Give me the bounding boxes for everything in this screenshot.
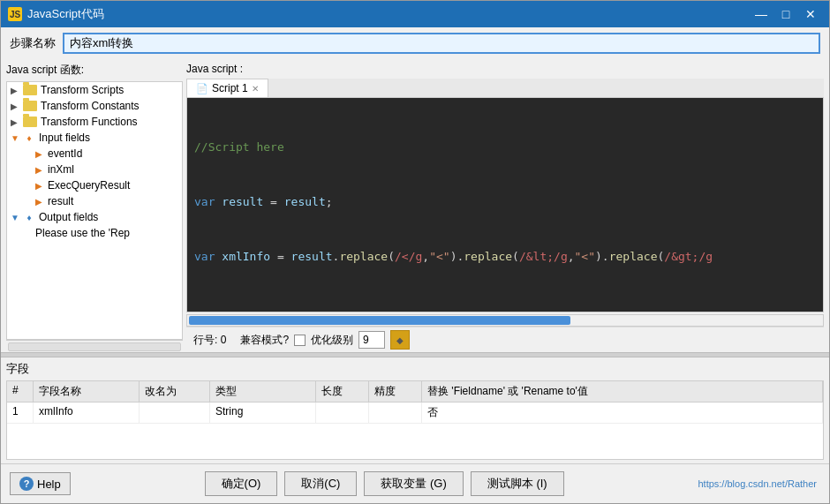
tree-label-transform-scripts: Transform Scripts xyxy=(41,84,124,96)
help-button[interactable]: ? Help xyxy=(10,472,71,495)
watermark: https://blog.csdn.net/Rather xyxy=(698,478,817,489)
left-scrollbar[interactable] xyxy=(6,340,183,352)
tree-item-output-fields[interactable]: ▼ ♦ Output fields xyxy=(7,209,182,225)
code-h-scrollbar[interactable] xyxy=(186,314,824,327)
tab-icon: 📄 xyxy=(196,83,208,94)
col-num: # xyxy=(7,381,34,402)
tree-item-input-fields[interactable]: ▼ ♦ Input fields xyxy=(7,130,182,146)
col-type: 类型 xyxy=(210,381,316,402)
leaf-icon: ▶ xyxy=(35,165,48,175)
code-line-1: //Script here xyxy=(194,139,816,157)
tree-item-transform-functions[interactable]: ▶ Transform Functions xyxy=(7,114,182,130)
help-label: Help xyxy=(37,478,61,491)
h-scroll-thumb xyxy=(189,316,570,325)
col-rename: 改名为 xyxy=(140,381,210,402)
get-vars-button[interactable]: 获取变量 (G) xyxy=(364,471,463,496)
opt-level-input[interactable] xyxy=(358,331,385,349)
input-group-icon: ♦ xyxy=(23,132,35,144)
expand-arrow-icon: ▼ xyxy=(11,213,23,222)
output-group-icon: ♦ xyxy=(23,211,35,223)
tab-close-button[interactable]: ✕ xyxy=(252,84,259,94)
cancel-button[interactable]: 取消(C) xyxy=(284,471,357,496)
cell-type: String xyxy=(210,402,316,423)
code-line-2: var result = result; xyxy=(194,193,816,212)
main-area: Java script 函数: ▶ Transform Scripts ▶ Tr… xyxy=(1,59,829,352)
step-name-row: 步骤名称 xyxy=(1,27,829,59)
leaf-icon: ▶ xyxy=(35,149,48,159)
cell-replace: 否 xyxy=(422,402,823,423)
cell-rename xyxy=(140,402,210,423)
col-precision: 精度 xyxy=(369,381,422,402)
leaf-icon: ▶ xyxy=(35,197,48,207)
code-line-3: var xmlInfo = result.replace(/</g,"<").r… xyxy=(194,248,816,267)
tree-item-transform-constants[interactable]: ▶ Transform Constants xyxy=(7,98,182,114)
tree-label-please-use: Please use the 'Rep xyxy=(35,227,130,239)
script-tab-1[interactable]: 📄 Script 1 ✕ xyxy=(186,79,268,97)
tree-label-transform-constants: Transform Constants xyxy=(41,100,140,112)
bottom-header: 字段 xyxy=(6,361,824,377)
footer: ? Help 确定(O) 取消(C) 获取变量 (G) 测试脚本 (I) htt… xyxy=(1,463,829,503)
compat-checkbox[interactable] xyxy=(294,335,306,346)
folder-icon xyxy=(23,117,37,127)
diamond-button[interactable]: ◆ xyxy=(390,330,410,350)
bottom-area: 字段 # 字段名称 改名为 类型 长度 精度 替换 'Fieldname' 或 … xyxy=(1,357,829,463)
tree-area[interactable]: ▶ Transform Scripts ▶ Transform Constant… xyxy=(6,81,183,340)
right-panel-header: Java script : xyxy=(186,63,824,75)
folder-icon xyxy=(23,101,37,111)
table-empty-area xyxy=(7,424,823,459)
minimize-button[interactable]: — xyxy=(750,5,773,23)
maximize-button[interactable]: □ xyxy=(774,5,797,23)
tree-item-please-use: Please use the 'Rep xyxy=(7,225,182,241)
cell-num: 1 xyxy=(7,402,34,423)
right-panel: Java script : 📄 Script 1 ✕ //Script here… xyxy=(186,63,824,352)
test-script-button[interactable]: 测试脚本 (I) xyxy=(471,471,564,496)
ok-button[interactable]: 确定(O) xyxy=(205,471,278,496)
compat-label: 兼容模式? xyxy=(240,333,289,348)
tree-item-transform-scripts[interactable]: ▶ Transform Scripts xyxy=(7,82,182,98)
arrow-icon: ▶ xyxy=(11,102,23,111)
leaf-icon: ▶ xyxy=(35,181,48,191)
tree-label-output-fields: Output fields xyxy=(39,211,98,223)
expand-arrow-icon: ▼ xyxy=(11,133,23,143)
cell-precision xyxy=(369,402,422,423)
app-icon: JS xyxy=(8,7,22,21)
left-panel-header: Java script 函数: xyxy=(6,63,183,78)
tree-item-inXml[interactable]: ▶ inXml xyxy=(7,162,182,177)
row-number-label: 行号: 0 xyxy=(193,333,226,348)
compat-row: 兼容模式? 优化级别 ◆ xyxy=(240,330,410,350)
opt-level-label: 优化级别 xyxy=(311,333,353,348)
col-name: 字段名称 xyxy=(34,381,140,402)
step-name-label: 步骤名称 xyxy=(10,35,56,51)
cell-name: xmlInfo xyxy=(34,402,140,423)
footer-buttons: 确定(O) 取消(C) 获取变量 (G) 测试脚本 (I) xyxy=(205,471,564,496)
status-bar: 行号: 0 兼容模式? 优化级别 ◆ xyxy=(186,327,824,352)
script-tabs: 📄 Script 1 ✕ xyxy=(186,79,824,98)
left-scroll-track xyxy=(8,342,181,351)
arrow-icon: ▶ xyxy=(11,86,23,95)
fields-table: # 字段名称 改名为 类型 长度 精度 替换 'Fieldname' 或 'Re… xyxy=(6,380,824,460)
col-replace: 替换 'Fieldname' 或 'Rename to'值 xyxy=(422,381,823,402)
window-title: JavaScript代码 xyxy=(27,6,750,22)
tree-label-eventId: eventId xyxy=(48,147,82,160)
tree-label-ExecQueryResult: ExecQueryResult xyxy=(48,179,130,192)
tree-label-transform-functions: Transform Functions xyxy=(41,116,138,128)
window-controls: — □ ✕ xyxy=(750,5,822,23)
code-editor[interactable]: //Script here var result = result; var x… xyxy=(186,98,824,312)
tree-item-eventId[interactable]: ▶ eventId xyxy=(7,146,182,162)
tab-label: Script 1 xyxy=(212,82,248,94)
table-row[interactable]: 1 xmlInfo String 否 xyxy=(7,402,823,424)
close-button[interactable]: ✕ xyxy=(799,5,822,23)
table-header: # 字段名称 改名为 类型 长度 精度 替换 'Fieldname' 或 'Re… xyxy=(7,381,823,402)
main-window: JS JavaScript代码 — □ ✕ 步骤名称 Java script 函… xyxy=(0,0,830,504)
folder-icon xyxy=(23,85,37,95)
title-bar: JS JavaScript代码 — □ ✕ xyxy=(1,1,829,27)
tree-item-ExecQueryResult[interactable]: ▶ ExecQueryResult xyxy=(7,177,182,193)
tree-label-result: result xyxy=(48,195,73,207)
left-panel: Java script 函数: ▶ Transform Scripts ▶ Tr… xyxy=(6,63,183,352)
help-icon: ? xyxy=(19,477,34,491)
cell-length xyxy=(316,402,369,423)
tree-item-result[interactable]: ▶ result xyxy=(7,193,182,209)
tree-label-input-fields: Input fields xyxy=(39,132,90,144)
step-name-input[interactable] xyxy=(63,33,820,54)
tree-label-inXml: inXml xyxy=(48,163,74,176)
